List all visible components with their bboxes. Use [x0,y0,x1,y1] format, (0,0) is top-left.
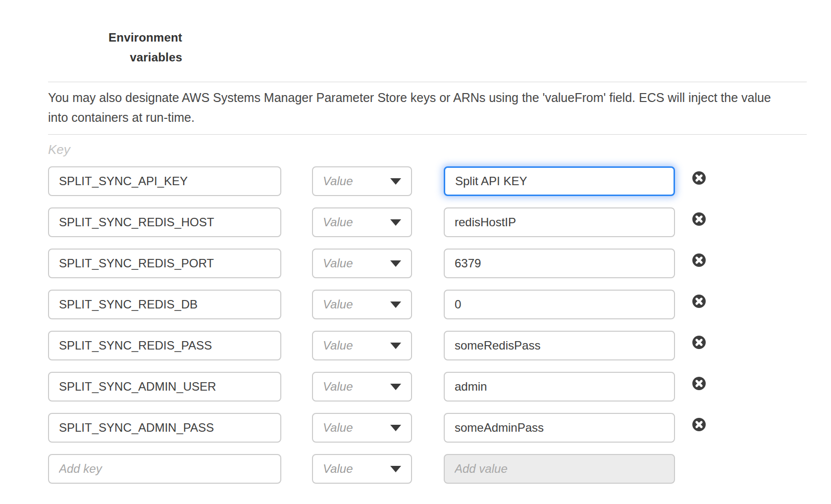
env-value-input[interactable] [444,290,675,319]
chevron-down-icon [390,260,401,267]
key-column-header: Key [48,142,70,157]
x-circle-icon [692,418,706,431]
env-key-input[interactable] [48,331,281,360]
env-var-row: Value [48,166,706,196]
x-circle-icon [692,336,706,349]
env-var-row: Value [48,249,706,278]
env-key-input[interactable] [48,166,281,196]
env-value-input[interactable] [444,207,675,237]
env-type-select[interactable]: Value [312,372,412,402]
env-type-select[interactable]: Value [312,454,412,484]
env-type-select[interactable]: Value [312,207,412,237]
env-value-input[interactable] [444,166,675,196]
env-var-row: Value [48,290,706,319]
env-value-input[interactable] [444,249,675,278]
env-type-selected-value: Value [323,256,353,270]
remove-variable-button[interactable] [692,377,706,390]
remove-variable-button[interactable] [692,336,706,349]
env-vars-description: You may also designate AWS Systems Manag… [48,88,786,127]
x-circle-icon [692,253,706,267]
env-type-selected-value: Value [323,421,353,435]
remove-variable-button[interactable] [692,171,706,185]
chevron-down-icon [390,466,401,472]
env-value-input[interactable] [444,372,675,402]
env-var-row: Value [48,413,706,443]
env-type-select[interactable]: Value [312,331,412,360]
remove-variable-button[interactable] [692,212,706,226]
env-key-input[interactable] [48,413,281,443]
add-env-var-row: Value [48,454,706,484]
env-type-selected-value: Value [323,462,353,476]
env-value-input[interactable] [444,331,675,360]
x-circle-icon [692,171,706,185]
env-type-selected-value: Value [323,298,353,311]
divider [48,82,807,82]
env-type-selected-value: Value [323,339,353,353]
chevron-down-icon [390,425,401,431]
chevron-down-icon [390,178,401,185]
add-key-input[interactable] [48,454,281,484]
x-circle-icon [692,377,706,390]
env-type-selected-value: Value [323,215,353,229]
x-circle-icon [692,212,706,226]
chevron-down-icon [390,302,401,308]
add-value-input[interactable] [444,454,675,484]
env-var-row: Value [48,372,706,402]
environment-variable-rows: Value Value Value [48,166,706,495]
env-key-input[interactable] [48,372,281,402]
env-type-selected-value: Value [323,380,353,394]
chevron-down-icon [390,384,401,390]
env-type-select[interactable]: Value [312,166,412,196]
env-var-row: Value [48,331,706,360]
env-type-select[interactable]: Value [312,290,412,319]
env-key-input[interactable] [48,290,281,319]
remove-variable-button[interactable] [692,418,706,431]
divider [48,134,807,135]
chevron-down-icon [390,343,401,349]
env-type-select[interactable]: Value [312,413,412,443]
env-type-selected-value: Value [323,174,353,188]
env-type-select[interactable]: Value [312,249,412,278]
chevron-down-icon [390,219,401,226]
env-value-input[interactable] [444,413,675,443]
remove-variable-button[interactable] [692,295,706,308]
env-key-input[interactable] [48,249,281,278]
env-var-row: Value [48,207,706,237]
x-circle-icon [692,295,706,308]
environment-variables-label: Environment variables [73,28,182,67]
remove-variable-button[interactable] [692,253,706,267]
env-key-input[interactable] [48,207,281,237]
